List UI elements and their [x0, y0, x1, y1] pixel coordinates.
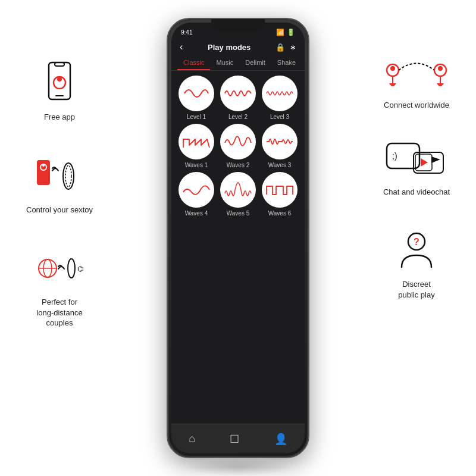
- control-icon: [36, 152, 83, 200]
- feature-chat: ;) Chat and videochat: [383, 140, 450, 198]
- chat-icon: ;): [384, 140, 449, 182]
- home-nav-icon[interactable]: ⌂: [189, 433, 195, 445]
- long-distance-icon: ⌬: [36, 245, 83, 292]
- mode-waves5-label: Waves 5: [227, 210, 250, 217]
- profile-nav-icon[interactable]: 👤: [274, 433, 287, 446]
- mode-waves2-label: Waves 2: [227, 162, 250, 168]
- feature-discreet: ? Discreet public play: [393, 227, 440, 300]
- chat-nav-icon[interactable]: ☐: [230, 433, 239, 446]
- left-features: Free app Control your sextoy: [12, 60, 107, 328]
- tab-classic[interactable]: Classic: [177, 56, 210, 70]
- svg-point-8: [63, 163, 74, 189]
- mode-waves6[interactable]: Waves 6: [261, 172, 299, 217]
- svg-marker-24: [421, 158, 428, 167]
- feature-free-app: Free app: [36, 60, 83, 123]
- svg-marker-22: [431, 156, 440, 163]
- phone-body: 9:41 📶 🔋 ‹ Play modes 🔒 ∗ Classic Music: [167, 18, 309, 458]
- mode-waves4[interactable]: Waves 4: [177, 172, 215, 217]
- modes-grid: Level 1 Level 2: [171, 76, 305, 217]
- svg-text:;): ;): [392, 151, 397, 161]
- svg-point-16: [390, 66, 395, 71]
- mode-waves4-label: Waves 4: [185, 210, 208, 217]
- bluetooth-icon[interactable]: ∗: [290, 43, 296, 52]
- mode-level2[interactable]: Level 2: [219, 76, 257, 120]
- svg-rect-1: [55, 62, 64, 66]
- free-app-icon: [36, 60, 83, 107]
- status-icons: 📶 🔋: [276, 29, 295, 36]
- mode-waves1-label: Waves 1: [185, 162, 208, 168]
- svg-text:?: ?: [414, 237, 419, 247]
- long-distance-label: Perfect for long-distance couples: [36, 297, 82, 328]
- tab-music[interactable]: Music: [210, 56, 239, 70]
- mode-waves2[interactable]: Waves 2: [219, 124, 257, 168]
- mode-waves1[interactable]: Waves 1: [177, 124, 215, 168]
- svg-point-7: [42, 164, 45, 167]
- bottom-nav: ⌂ ☐ 👤: [171, 424, 305, 453]
- svg-point-18: [438, 66, 443, 71]
- back-button[interactable]: ‹: [180, 42, 183, 52]
- svg-point-9: [65, 165, 71, 187]
- mode-waves5[interactable]: Waves 5: [219, 172, 257, 217]
- mode-level3[interactable]: Level 3: [261, 76, 299, 120]
- app-title: Play modes: [208, 43, 250, 52]
- mode-level1-label: Level 1: [187, 114, 206, 120]
- mode-level1[interactable]: Level 1: [177, 76, 215, 120]
- tab-delimit[interactable]: Delimit: [239, 56, 271, 70]
- mode-waves6-label: Waves 6: [268, 210, 292, 217]
- free-app-label: Free app: [44, 112, 75, 123]
- phone-notch: [211, 19, 265, 32]
- svg-rect-21: [414, 152, 443, 173]
- connect-icon: [381, 60, 452, 95]
- feature-control: Control your sextoy: [26, 152, 93, 215]
- header-icons: 🔒 ∗: [275, 43, 296, 52]
- mode-level2-label: Level 2: [228, 114, 248, 120]
- connect-label: Connect worldwide: [384, 100, 449, 111]
- control-label: Control your sextoy: [26, 205, 93, 215]
- mode-waves3[interactable]: Waves 3: [261, 124, 299, 168]
- mode-tabs: Classic Music Delimit Shake: [171, 56, 305, 71]
- chat-label: Chat and videochat: [383, 187, 450, 198]
- svg-point-3: [57, 77, 62, 82]
- svg-point-13: [68, 259, 75, 278]
- right-features: Connect worldwide ;) Chat and videochat: [369, 60, 464, 300]
- discreet-icon: ?: [393, 227, 440, 274]
- status-time: 9:41: [181, 29, 192, 36]
- mode-level3-label: Level 3: [270, 114, 289, 120]
- phone: 9:41 📶 🔋 ‹ Play modes 🔒 ∗ Classic Music: [167, 18, 309, 458]
- wifi-icon: 📶: [276, 29, 284, 36]
- feature-connect: Connect worldwide: [381, 60, 452, 111]
- phone-screen: 9:41 📶 🔋 ‹ Play modes 🔒 ∗ Classic Music: [171, 23, 305, 453]
- battery-icon: 🔋: [287, 29, 295, 36]
- phone-reflection: [184, 458, 292, 476]
- tab-shake[interactable]: Shake: [271, 56, 302, 70]
- svg-text:⌬: ⌬: [77, 265, 83, 273]
- mode-waves3-label: Waves 3: [268, 162, 292, 168]
- discreet-label: Discreet public play: [398, 279, 434, 300]
- feature-long-distance: ⌬ Perfect for long-distance couples: [36, 245, 83, 328]
- lock-icon[interactable]: 🔒: [275, 43, 285, 52]
- app-header: ‹ Play modes 🔒 ∗: [171, 39, 305, 56]
